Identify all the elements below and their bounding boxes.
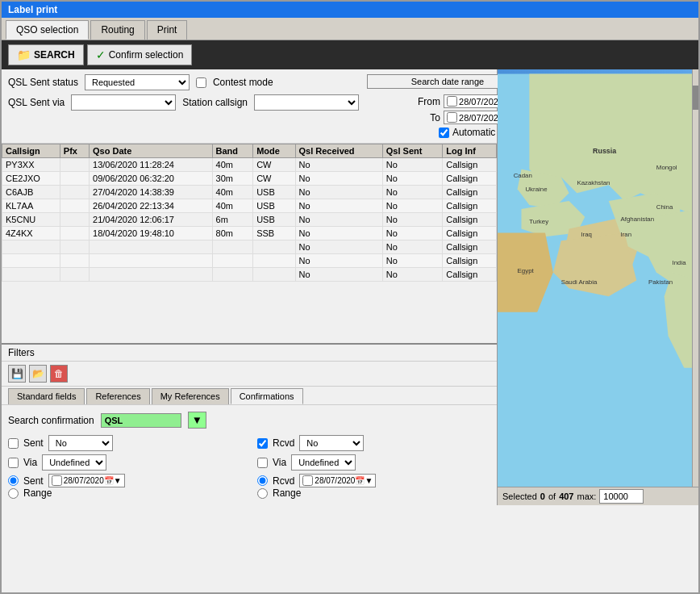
right-panel: Russia Kazakhstan Ukraine Mongol Turkey …: [498, 69, 698, 505]
load-icon: 📂: [32, 368, 44, 379]
table-row[interactable]: No No Callsign: [2, 268, 497, 282]
table-row[interactable]: No No Callsign: [2, 241, 497, 254]
scrollbar-thumb[interactable]: [693, 86, 698, 110]
filter-tab-references[interactable]: References: [86, 388, 149, 404]
via-checkbox-left[interactable]: [8, 458, 19, 468]
table-row[interactable]: No No Callsign: [2, 254, 497, 268]
table-row[interactable]: KL7AA 26/04/2020 22:13:34 40m USB No No …: [2, 199, 497, 213]
tab-routing[interactable]: Routing: [90, 20, 144, 40]
sent-date-checkbox[interactable]: [52, 475, 62, 486]
main-tabs: QSO selection Routing Print: [2, 18, 698, 40]
qso-table: Callsign Pfx Qso Date Band Mode Qsl Rece…: [2, 144, 497, 282]
selected-label: Selected: [502, 492, 537, 501]
col-mode: Mode: [253, 144, 295, 158]
table-header-row: Callsign Pfx Qso Date Band Mode Qsl Rece…: [2, 144, 497, 158]
via-label-left: Via: [23, 457, 37, 468]
sent-checkbox[interactable]: [8, 438, 19, 449]
from-date-checkbox[interactable]: [447, 96, 457, 107]
tab-qso-selection[interactable]: QSO selection: [6, 20, 89, 40]
search-confirmation-input[interactable]: [101, 413, 181, 428]
from-date-value: 28/07/2020: [459, 97, 503, 107]
sent-date-row: Sent 28/07/2020 📅▼: [8, 474, 241, 487]
max-label: max:: [577, 492, 596, 501]
table-row[interactable]: PY3XX 13/06/2020 11:28:24 40m CW No No C…: [2, 158, 497, 172]
qsl-sent-status-row: QSL Sent status Requested Contest mode: [8, 74, 359, 90]
via-label-right: Via: [273, 457, 286, 468]
qsl-sent-via-select[interactable]: [71, 94, 176, 111]
rcvd-value-select[interactable]: No: [299, 435, 364, 451]
auto-refresh-checkbox[interactable]: [439, 128, 449, 138]
window-title: Label print: [8, 4, 57, 15]
svg-text:India: India: [673, 259, 687, 266]
top-controls: QSL Sent status Requested Contest mode Q…: [2, 69, 497, 143]
svg-text:Russia: Russia: [593, 147, 616, 155]
range-radio-right[interactable]: [257, 488, 268, 499]
search-icon: 📁: [17, 48, 31, 61]
filter-tab-standard[interactable]: Standard fields: [8, 388, 85, 404]
max-input[interactable]: [599, 489, 644, 504]
to-date-checkbox[interactable]: [447, 112, 457, 123]
sent-radio-label: Sent: [23, 475, 44, 487]
table-container: Callsign Pfx Qso Date Band Mode Qsl Rece…: [2, 143, 497, 343]
qsl-sent-status-select[interactable]: Requested: [85, 74, 190, 90]
table-row[interactable]: C6AJB 27/04/2020 14:38:39 40m USB No No …: [2, 186, 497, 199]
via-select-left[interactable]: Undefined: [42, 454, 106, 471]
sent-value-select[interactable]: No: [48, 435, 113, 451]
filter-save-button[interactable]: 💾: [8, 365, 26, 383]
via-select-right[interactable]: Undefined: [291, 454, 356, 471]
filter-load-button[interactable]: 📂: [29, 365, 47, 383]
via-row-right: Via Undefined: [257, 454, 490, 471]
left-panel: QSL Sent status Requested Contest mode Q…: [2, 69, 498, 505]
svg-text:Turkey: Turkey: [529, 218, 548, 225]
range-row-left: Range: [8, 487, 241, 499]
search-button[interactable]: 📁 SEARCH: [8, 44, 84, 65]
svg-text:Cadan: Cadan: [514, 172, 532, 179]
sent-cal-icon[interactable]: 📅▼: [104, 476, 122, 485]
filter-tab-my-references[interactable]: My References: [152, 388, 229, 404]
svg-text:Egypt: Egypt: [518, 267, 535, 274]
tab-print[interactable]: Print: [147, 20, 188, 40]
range-label-left: Range: [23, 487, 52, 499]
to-date-value: 28/07/2020: [459, 113, 503, 123]
filter-tab-confirmations[interactable]: Confirmations: [231, 388, 303, 404]
svg-text:China: China: [656, 203, 673, 211]
svg-text:Ukraine: Ukraine: [525, 186, 548, 193]
main-toolbar: 📁 SEARCH ✓ Confirm selection: [2, 40, 698, 69]
filter-delete-button[interactable]: 🗑: [50, 365, 68, 383]
contest-mode-checkbox[interactable]: [196, 77, 206, 88]
range-radio-left[interactable]: [8, 488, 19, 499]
qsl-dropdown-button[interactable]: ▼: [188, 412, 206, 429]
search-confirmation-label: Search confirmation: [8, 415, 94, 426]
right-form-col: Rcvd No Via Undefined: [257, 435, 490, 499]
col-callsign: Callsign: [2, 144, 60, 158]
range-row-right: Range: [257, 487, 490, 499]
col-qso-date: Qso Date: [90, 144, 212, 158]
content-area: QSL Sent status Requested Contest mode Q…: [2, 69, 698, 505]
svg-text:Saudi Arabia: Saudi Arabia: [561, 278, 598, 286]
confirm-button[interactable]: ✓ Confirm selection: [87, 44, 193, 65]
sent-date-radio[interactable]: [8, 475, 19, 486]
rcvd-date-checkbox[interactable]: [302, 475, 313, 486]
confirm-icon: ✓: [96, 48, 106, 61]
filter-tabs: Standard fields References My References…: [2, 387, 497, 405]
main-window: Label print QSO selection Routing Print …: [0, 0, 700, 594]
qsl-sent-status-label: QSL Sent status: [8, 77, 78, 88]
map-area: Russia Kazakhstan Ukraine Mongol Turkey …: [498, 69, 698, 487]
total-count: 407: [559, 492, 573, 501]
rcvd-date-input[interactable]: 28/07/2020 📅▼: [299, 474, 376, 487]
via-checkbox-right[interactable]: [257, 458, 268, 468]
map-scrollbar[interactable]: [692, 69, 698, 487]
col-qsl-sent: Qsl Sent: [382, 144, 442, 158]
table-row[interactable]: CE2JXO 09/06/2020 06:32:20 30m CW No No …: [2, 172, 497, 186]
table-row[interactable]: 4Z4KX 18/04/2020 19:48:10 80m SSB No No …: [2, 227, 497, 241]
confirmation-form-grid: Sent No Via Undefined: [8, 435, 490, 499]
table-row[interactable]: K5CNU 21/04/2020 12:06:17 6m USB No No C…: [2, 213, 497, 227]
col-band: Band: [212, 144, 253, 158]
rcvd-checkbox[interactable]: [257, 438, 268, 449]
rcvd-row: Rcvd No: [257, 435, 490, 451]
rcvd-date-radio[interactable]: [257, 475, 268, 486]
sent-date-input[interactable]: 28/07/2020 📅▼: [48, 474, 125, 487]
rcvd-cal-icon[interactable]: 📅▼: [355, 476, 373, 485]
status-bar: Selected 0 of 407 max:: [498, 487, 698, 505]
station-callsign-select[interactable]: [254, 94, 359, 111]
